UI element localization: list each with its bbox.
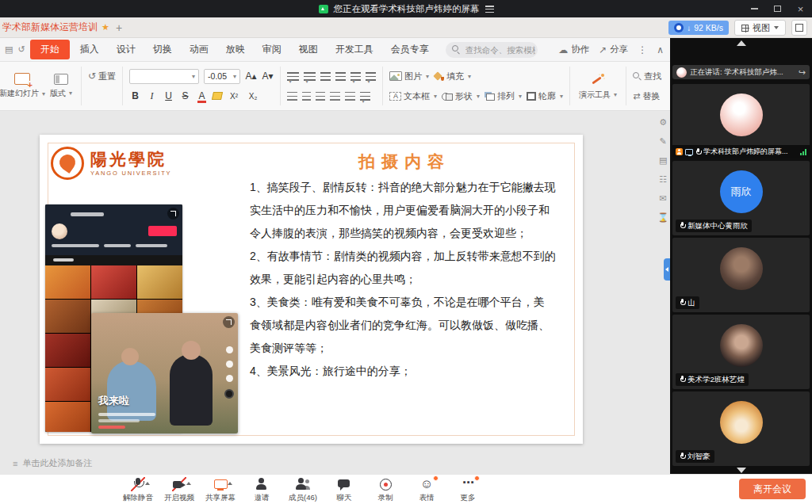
menu-icon[interactable]: ▤ — [5, 44, 13, 55]
tab-insert[interactable]: 插入 — [71, 40, 108, 59]
tab-slideshow[interactable]: 放映 — [217, 40, 254, 59]
justify-button[interactable] — [330, 92, 340, 101]
collapse-arrow-icon[interactable]: ↪ — [799, 67, 806, 78]
new-slide-button[interactable]: 新建幻灯片 — [0, 62, 44, 110]
tab-design[interactable]: 设计 — [108, 40, 144, 59]
expand-caret[interactable] — [228, 482, 232, 485]
underline-button[interactable]: U — [163, 90, 174, 101]
new-tab-button[interactable]: + — [116, 21, 122, 34]
participant-tile[interactable]: 雨欣 新媒体中心黄雨欣 — [672, 161, 810, 235]
line-spacing-button[interactable] — [350, 72, 361, 81]
minimize-button[interactable] — [743, 0, 766, 17]
align-center-button[interactable] — [302, 92, 311, 101]
italic-button[interactable]: I — [146, 90, 158, 102]
banner-menu-icon[interactable] — [485, 6, 494, 13]
search-input[interactable] — [464, 44, 537, 55]
slide[interactable]: 陽光學院 YANGO UNIVERSITY 拍摄内容 1、搞笑段子、剧情反转：抖… — [40, 135, 583, 444]
close-button[interactable]: × — [789, 0, 812, 17]
document-tab[interactable]: 学术部新媒体运营培训 ★ — [0, 21, 109, 34]
fullscreen-button[interactable] — [791, 20, 807, 36]
tab-transition[interactable]: 切换 — [144, 40, 181, 59]
font-size-select[interactable]: -0.05 — [204, 69, 240, 84]
undo-icon[interactable]: ↺ — [17, 44, 25, 55]
participant-tile[interactable]: 美术学2班林艺煌 — [672, 315, 810, 389]
bullet-list-button[interactable] — [287, 72, 299, 81]
maximize-button[interactable] — [766, 0, 789, 17]
mail-icon[interactable]: ✉ — [660, 193, 667, 204]
food-thumbnail — [91, 265, 136, 299]
layers-icon[interactable]: ☷ — [659, 174, 667, 185]
expand-caret[interactable] — [186, 482, 191, 485]
reset-button[interactable]: ↺重置 — [88, 71, 116, 82]
tab-home[interactable]: 开始 — [30, 40, 70, 59]
tab-view[interactable]: 视图 — [290, 40, 327, 59]
outline-button[interactable]: 轮廓 — [527, 90, 563, 102]
view-layout-button[interactable]: 视图 — [734, 20, 786, 36]
slide-body-text: 1、搞笑段子、剧情反转：抖音的绝大部分魅力在于它能撇去现实生活中的压力和不愉快，… — [250, 176, 571, 383]
edit-icon[interactable]: ✎ — [660, 136, 667, 147]
scroll-down-arrow[interactable] — [737, 468, 746, 473]
shape-button[interactable]: 形状 — [442, 90, 480, 102]
participant-tile[interactable]: 刘智豪 — [672, 391, 810, 466]
increase-indent-button[interactable] — [335, 72, 346, 81]
history-icon[interactable]: ⌛ — [657, 212, 668, 223]
more-button[interactable]: 更多 — [447, 475, 488, 504]
align-left-button[interactable] — [287, 92, 297, 101]
share-button[interactable]: ↗分享 — [599, 44, 628, 55]
scroll-up-arrow[interactable] — [737, 40, 746, 46]
record-button[interactable]: 录制 — [365, 475, 406, 504]
more-options-icon[interactable]: ⋮ — [638, 44, 647, 55]
unmute-button[interactable]: 解除静音 — [117, 475, 159, 504]
participant-tile[interactable]: 山 — [672, 238, 810, 312]
columns-button[interactable] — [360, 92, 370, 101]
highlight-button[interactable] — [212, 92, 223, 100]
tab-animation[interactable]: 动画 — [181, 40, 217, 59]
textbox-button[interactable]: 文本框 — [389, 90, 437, 102]
arrange-button[interactable]: 排列 — [485, 90, 522, 102]
chat-button[interactable]: 聊天 — [324, 475, 365, 504]
settings-icon[interactable]: ⚙ — [659, 117, 667, 128]
font-color-button[interactable]: A — [196, 90, 208, 101]
decrease-font-icon[interactable]: A▾ — [262, 71, 274, 82]
font-family-select[interactable] — [129, 69, 199, 84]
speaking-indicator[interactable]: 正在讲话: 学术科技部卢炜... ↪ — [672, 65, 810, 79]
video-subtitle-bar — [98, 419, 140, 422]
notes-area[interactable]: ≡ 单击此处添加备注 — [13, 457, 92, 469]
replace-button[interactable]: ⇄替换 — [633, 90, 660, 102]
participant-tile-screen-share[interactable]: 学术科技部卢炜婷的屏幕... — [672, 84, 810, 158]
numbered-list-button[interactable] — [304, 72, 316, 81]
expand-panel-arrow[interactable] — [664, 258, 670, 281]
expand-screenshot-icon — [223, 316, 235, 328]
subscript-button[interactable]: X₂ — [246, 92, 260, 101]
strikethrough-button[interactable]: S — [179, 90, 191, 101]
invite-button[interactable]: 邀请 — [241, 475, 282, 504]
insert-picture-button[interactable]: 图片 — [389, 71, 429, 82]
emoji-button[interactable]: 表情 — [406, 475, 447, 504]
fill-button[interactable]: 填充 — [434, 71, 471, 82]
bold-button[interactable]: B — [129, 90, 141, 101]
expand-caret[interactable] — [145, 482, 150, 485]
distribute-button[interactable] — [345, 92, 355, 101]
text-direction-button[interactable] — [366, 72, 376, 81]
new-slide-icon — [14, 73, 30, 85]
favorite-star-icon[interactable]: ★ — [102, 22, 109, 32]
start-video-button[interactable]: 开启视频 — [159, 475, 200, 504]
decrease-indent-button[interactable] — [320, 72, 331, 81]
tab-membership[interactable]: 会员专享 — [382, 40, 438, 59]
increase-font-icon[interactable]: A▴ — [245, 71, 257, 82]
panel-icon[interactable]: ▤ — [659, 155, 667, 166]
tab-review[interactable]: 审阅 — [254, 40, 290, 59]
layout-button[interactable]: 版式 — [44, 62, 78, 110]
find-button[interactable]: 查找 — [633, 71, 661, 82]
tab-devtools[interactable]: 开发工具 — [327, 40, 382, 59]
leave-meeting-button[interactable]: 离开会议 — [739, 479, 806, 499]
collaborate-button[interactable]: ☁协作 — [558, 44, 589, 55]
presentation-tools-button[interactable]: 演示工具 — [573, 62, 622, 110]
collapse-ribbon-icon[interactable]: ∧ — [657, 44, 664, 55]
share-screen-button[interactable]: 共享屏幕 — [200, 475, 241, 504]
superscript-button[interactable]: X² — [227, 92, 241, 101]
command-search[interactable] — [446, 42, 538, 58]
align-right-button[interactable] — [316, 92, 325, 101]
members-button[interactable]: 成员(46) — [282, 475, 324, 504]
network-status-pill[interactable]: ↓ 92 KB/s — [668, 21, 729, 35]
